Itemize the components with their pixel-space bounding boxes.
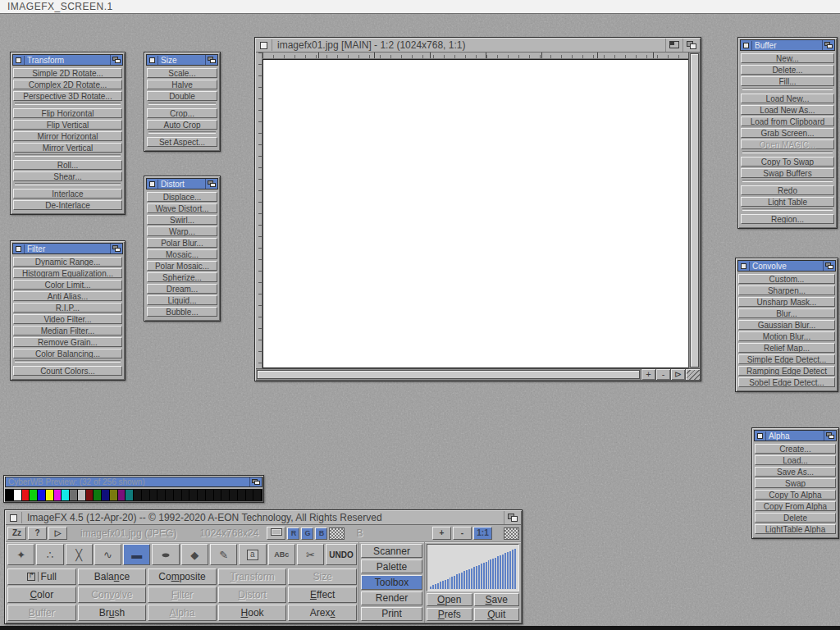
button-load[interactable]: Load... <box>755 455 836 465</box>
image-canvas[interactable] <box>262 59 688 368</box>
button-lighttable-alpha[interactable]: LightTable Alpha <box>755 524 836 534</box>
button-sharpen[interactable]: Sharpen... <box>738 285 835 295</box>
zoom-gadget-icon[interactable] <box>665 39 682 52</box>
button-blur[interactable]: Blur... <box>738 308 835 318</box>
zoom-out-button[interactable]: - <box>453 527 472 540</box>
button-convolve[interactable]: Convolve <box>78 587 147 603</box>
close-icon[interactable] <box>738 261 749 271</box>
curve-tool-button[interactable]: ∿ <box>94 544 121 565</box>
button-polar-mosaic[interactable]: Polar Mosaic... <box>147 261 217 271</box>
text-tool-button[interactable]: ABc <box>268 544 295 565</box>
palette-swatch[interactable] <box>134 490 142 500</box>
palette-swatch[interactable] <box>38 490 46 500</box>
button-double[interactable]: Double <box>147 91 217 101</box>
button-load-new[interactable]: Load New... <box>741 94 834 103</box>
button-complex-2d-rotate[interactable]: Complex 2D Rotate... <box>13 80 122 89</box>
palette-swatch[interactable] <box>182 490 190 500</box>
button-liquid[interactable]: Liquid... <box>147 295 217 305</box>
button-copy-from-alpha[interactable]: Copy From Alpha <box>755 501 836 511</box>
palette-swatch[interactable] <box>78 490 86 500</box>
button-swirl[interactable]: Swirl... <box>147 215 217 225</box>
close-icon[interactable] <box>741 40 751 50</box>
button-r[interactable]: R <box>287 527 299 540</box>
screen-titlebar[interactable]: IMAGEFX_SCREEN.1 <box>0 0 840 14</box>
size-titlebar[interactable]: Size <box>146 54 218 66</box>
button-polar-blur[interactable]: Polar Blur... <box>147 238 217 248</box>
palette-swatch[interactable] <box>166 490 174 500</box>
button-r-i-p[interactable]: R.I.P... <box>13 303 122 313</box>
palette-swatch[interactable] <box>62 490 70 500</box>
button-filter[interactable]: Filter <box>148 587 217 603</box>
palette-swatch[interactable] <box>230 490 238 500</box>
palette-swatch[interactable] <box>253 490 262 500</box>
palette-swatch[interactable] <box>54 490 62 500</box>
button-fill[interactable]: Fill... <box>741 76 834 86</box>
button-shear[interactable]: Shear... <box>13 171 122 181</box>
zoom-ratio-button[interactable]: 1:1 <box>473 527 492 540</box>
depth-icon[interactable] <box>824 431 836 441</box>
palette-swatch[interactable] <box>206 490 214 500</box>
button-delete[interactable]: Delete... <box>741 65 834 75</box>
palette-swatch[interactable] <box>214 490 222 500</box>
button-render[interactable]: Render <box>361 591 422 605</box>
palette-swatch[interactable] <box>94 490 102 500</box>
button-color-balancing[interactable]: Color Balancing... <box>13 349 122 358</box>
palette-swatch[interactable] <box>238 490 246 500</box>
close-icon[interactable] <box>13 244 24 253</box>
palette-swatch[interactable] <box>110 490 118 500</box>
button-alpha[interactable]: Alpha <box>148 605 217 621</box>
clone-tag-tool-button[interactable]: a <box>239 544 266 565</box>
palette-swatch[interactable] <box>6 490 14 500</box>
palette-titlebar[interactable]: CyberWB Preview: (32 of 256 shown) <box>5 477 262 487</box>
airbrush-tool-button[interactable]: ∴ <box>36 544 63 565</box>
button-ramping-edge-detect[interactable]: Ramping Edge Detect <box>738 366 835 376</box>
close-icon[interactable] <box>256 39 272 52</box>
close-icon[interactable] <box>755 431 765 441</box>
button-transform[interactable]: Transform <box>218 568 287 585</box>
alpha-titlebar[interactable]: Alpha <box>754 430 837 441</box>
button-custom[interactable]: Custom... <box>738 274 835 284</box>
button-buffer[interactable]: Buffer <box>7 605 76 621</box>
palette-swatch[interactable] <box>118 490 126 500</box>
button-delete[interactable]: Delete <box>755 513 836 523</box>
button-motion-blur[interactable]: Motion Blur... <box>738 331 835 341</box>
depth-icon[interactable] <box>205 55 217 65</box>
move-tool-button[interactable]: ✦ <box>7 544 34 565</box>
line-tool-button[interactable]: ╳ <box>66 544 93 565</box>
button-region[interactable]: Region... <box>741 214 834 224</box>
button-load-from-clipboard[interactable]: Load from Clipboard <box>741 116 834 126</box>
button-save-as[interactable]: Save As... <box>755 467 836 477</box>
button-auto-crop[interactable]: Auto Crop <box>147 120 217 130</box>
depth-icon[interactable] <box>504 511 521 524</box>
button-light-table[interactable]: Light Table <box>741 197 834 207</box>
button-color-limit[interactable]: Color Limit... <box>13 280 122 290</box>
button-toolbox[interactable]: Toolbox <box>361 575 422 589</box>
button-count-colors[interactable]: Count Colors... <box>13 366 122 376</box>
button-balance[interactable]: Balance <box>78 568 147 585</box>
button-scanner[interactable]: Scanner <box>361 544 422 558</box>
button-composite[interactable]: Composite <box>148 568 217 585</box>
button-hook[interactable]: Hook <box>218 605 287 621</box>
button-copy-to-alpha[interactable]: Copy To Alpha <box>755 490 836 500</box>
button-redo[interactable]: Redo <box>741 185 834 195</box>
palette-swatch[interactable] <box>150 490 158 500</box>
button-spherize[interactable]: Spherize... <box>147 272 217 282</box>
distort-titlebar[interactable]: Distort <box>146 178 218 189</box>
palette-swatch[interactable] <box>142 490 150 500</box>
button-simple-edge-detect[interactable]: Simple Edge Detect... <box>738 354 835 364</box>
button-palette[interactable]: Palette <box>361 559 422 573</box>
button-dynamic-range[interactable]: Dynamic Range... <box>13 257 122 267</box>
button-anti-alias[interactable]: Anti Alias... <box>13 291 122 301</box>
button-grab-screen[interactable]: Grab Screen... <box>741 128 834 138</box>
dither-pattern-button[interactable] <box>329 527 345 540</box>
button-sobel-edge-detect[interactable]: Sobel Edge Detect... <box>738 377 835 387</box>
convolve-titlebar[interactable]: Convolve <box>737 260 836 272</box>
vertical-scrollbar[interactable] <box>688 52 700 368</box>
close-icon[interactable] <box>147 55 158 65</box>
button-size[interactable]: Size <box>288 568 357 585</box>
transform-titlebar[interactable]: Transform <box>12 54 123 66</box>
button-b[interactable]: B <box>315 527 327 540</box>
depth-icon[interactable] <box>822 40 834 50</box>
oval-tool-button[interactable]: ● <box>152 544 179 565</box>
depth-icon[interactable] <box>249 477 262 486</box>
